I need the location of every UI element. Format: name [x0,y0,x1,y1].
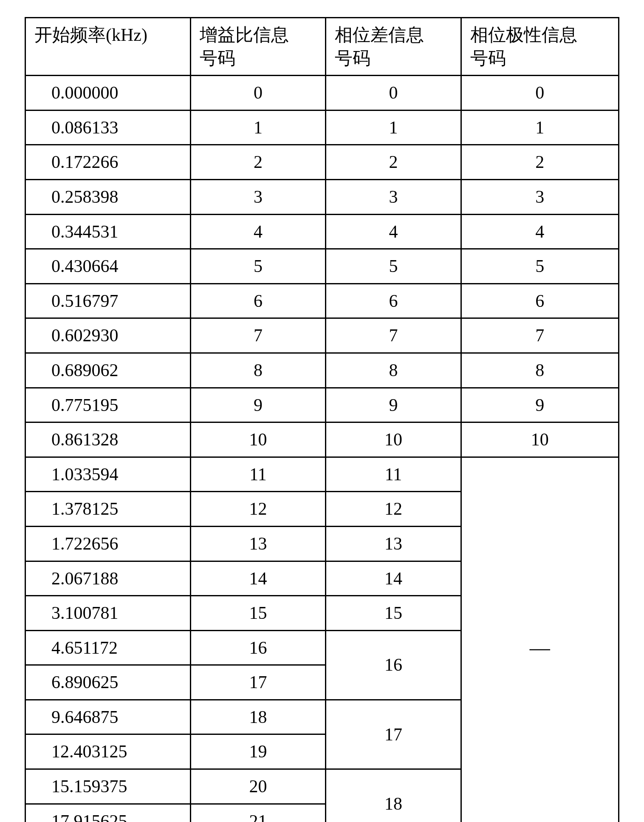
cell-gain: 8 [190,353,325,388]
cell-phase-diff: 5 [326,249,461,284]
cell-polarity-dash: — [461,457,619,822]
cell-polarity: 3 [461,179,619,214]
cell-gain: 6 [190,283,325,318]
cell-phase-diff: 16 [326,630,461,700]
cell-gain: 10 [190,422,325,457]
cell-freq: 0.775195 [25,388,191,422]
table-row: 0.516797666 [25,283,619,318]
cell-freq: 0.258398 [25,179,191,214]
cell-freq: 1.033594 [25,457,191,492]
cell-phase-diff: 4 [326,214,461,249]
table-body: 0.0000000000.0861331110.1722662220.25839… [25,76,619,822]
cell-phase-diff: 15 [326,596,461,631]
cell-gain: 5 [190,249,325,284]
cell-gain: 18 [190,700,325,734]
table-row: 0.430664555 [25,249,619,284]
cell-polarity: 0 [461,76,619,111]
cell-freq: 0.344531 [25,214,191,249]
cell-freq: 4.651172 [25,630,191,665]
cell-phase-diff: 7 [326,318,461,353]
cell-freq: 0.516797 [25,283,191,318]
table-row: 0.689062888 [25,353,619,388]
cell-gain: 13 [190,526,325,561]
cell-gain: 16 [190,630,325,665]
cell-gain: 3 [190,179,325,214]
cell-polarity: 1 [461,110,619,145]
cell-polarity: 7 [461,318,619,353]
cell-phase-diff: 1 [326,110,461,145]
cell-gain: 1 [190,110,325,145]
cell-phase-diff: 3 [326,179,461,214]
cell-phase-diff: 13 [326,526,461,561]
cell-freq: 15.159375 [25,769,191,804]
cell-polarity: 10 [461,422,619,457]
cell-gain: 14 [190,561,325,596]
table-row: 0.344531444 [25,214,619,249]
cell-phase-diff: 8 [326,353,461,388]
cell-freq: 0.430664 [25,249,191,284]
table-row: 0.861328101010 [25,422,619,457]
cell-gain: 19 [190,734,325,769]
cell-polarity: 9 [461,388,619,422]
header-freq: 开始频率(kHz) [25,18,191,76]
cell-phase-diff: 17 [326,700,461,769]
cell-phase-diff: 18 [326,769,461,822]
cell-freq: 0.086133 [25,110,191,145]
cell-gain: 20 [190,769,325,804]
cell-gain: 12 [190,492,325,527]
table-row: 0.000000000 [25,76,619,111]
table-header-row: 开始频率(kHz) 增益比信息号码 相位差信息号码 相位极性信息号码 [25,18,619,76]
table-row: 0.086133111 [25,110,619,145]
cell-phase-diff: 0 [326,76,461,111]
header-phase-diff: 相位差信息号码 [326,18,461,76]
cell-phase-diff: 14 [326,561,461,596]
cell-phase-diff: 12 [326,492,461,527]
cell-freq: 17.915625 [25,804,191,822]
cell-polarity: 4 [461,214,619,249]
cell-phase-diff: 9 [326,388,461,422]
cell-gain: 15 [190,596,325,631]
cell-phase-diff: 2 [326,145,461,180]
header-polarity: 相位极性信息号码 [461,18,619,76]
cell-polarity: 2 [461,145,619,180]
cell-freq: 0.602930 [25,318,191,353]
cell-freq: 3.100781 [25,596,191,631]
cell-freq: 12.403125 [25,734,191,769]
cell-gain: 2 [190,145,325,180]
table-row: 1.0335941111— [25,457,619,492]
table-row: 0.775195999 [25,388,619,422]
cell-gain: 0 [190,76,325,111]
cell-gain: 9 [190,388,325,422]
cell-phase-diff: 6 [326,283,461,318]
cell-gain: 11 [190,457,325,492]
cell-gain: 4 [190,214,325,249]
cell-gain: 17 [190,665,325,700]
cell-polarity: 5 [461,249,619,284]
cell-polarity: 8 [461,353,619,388]
cell-freq: 2.067188 [25,561,191,596]
cell-freq: 0.172266 [25,145,191,180]
cell-freq: 9.646875 [25,700,191,734]
table-row: 0.172266222 [25,145,619,180]
cell-phase-diff: 10 [326,422,461,457]
cell-freq: 1.378125 [25,492,191,527]
cell-freq: 0.689062 [25,353,191,388]
cell-freq: 0.861328 [25,422,191,457]
frequency-table: 开始频率(kHz) 增益比信息号码 相位差信息号码 相位极性信息号码 0.000… [25,17,619,822]
cell-gain: 7 [190,318,325,353]
cell-gain: 21 [190,804,325,822]
header-gain: 增益比信息号码 [190,18,325,76]
cell-freq: 1.722656 [25,526,191,561]
cell-phase-diff: 11 [326,457,461,492]
cell-polarity: 6 [461,283,619,318]
table-row: 0.258398333 [25,179,619,214]
table-row: 0.602930777 [25,318,619,353]
cell-freq: 0.000000 [25,76,191,111]
cell-freq: 6.890625 [25,665,191,700]
